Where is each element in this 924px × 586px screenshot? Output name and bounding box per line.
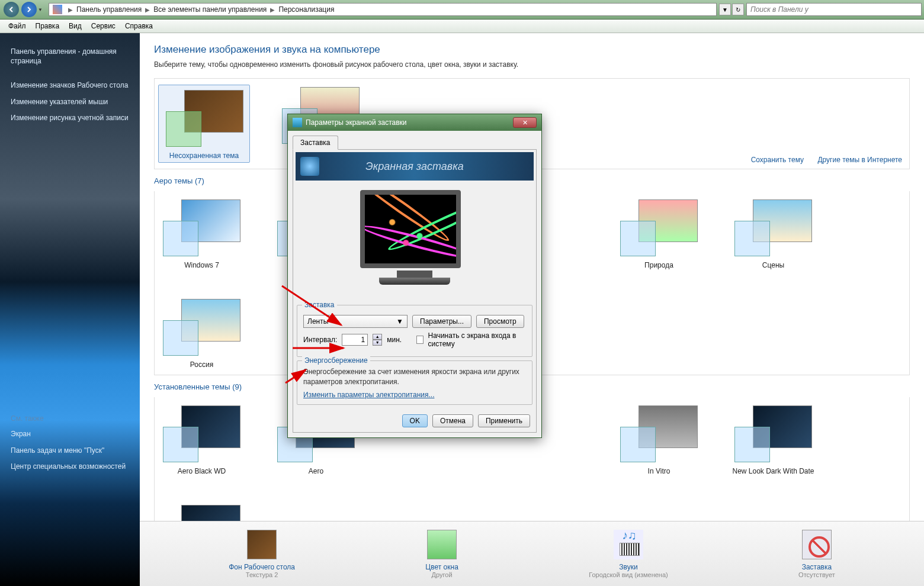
sidebar-mouse-pointers-link[interactable]: Изменение указателей мыши — [5, 94, 135, 111]
theme-aero-black-wd[interactable]: Aero Black WD — [158, 403, 245, 475]
screensaver-group-legend: Заставка — [302, 301, 337, 309]
logon-screen-label: Начинать с экрана входа в систему — [428, 331, 526, 348]
screensaver-icon — [802, 530, 832, 559]
sidebar-account-picture-link[interactable]: Изменение рисунка учетной записи — [5, 110, 135, 127]
address-dropdown-button[interactable]: ▼ — [719, 4, 731, 15]
tab-screensaver[interactable]: Заставка — [293, 136, 338, 150]
chevron-right-icon: ▶ — [68, 7, 73, 13]
menu-help[interactable]: Справка — [120, 21, 158, 31]
nav-forward-button[interactable] — [21, 2, 37, 17]
logon-screen-checkbox[interactable] — [416, 336, 424, 344]
bottom-bar: Фон Рабочего стола Текстура 2 Цвет окна … — [140, 521, 924, 586]
window-color-button[interactable]: Цвет окна Другой — [425, 530, 458, 578]
sidebar-home-link[interactable]: Панель управления - домашняя страница — [5, 44, 135, 69]
dialog-title: Параметры экранной заставки — [306, 118, 407, 127]
preview-button[interactable]: Просмотр — [476, 315, 524, 328]
dialog-banner: Экранная заставка — [296, 152, 534, 181]
page-subtitle: Выберите тему, чтобы одновременно измени… — [154, 60, 910, 69]
breadcrumb-item[interactable]: Панель управления — [76, 5, 142, 14]
refresh-button[interactable]: ↻ — [732, 4, 744, 15]
sounds-button[interactable]: Звуки Городской вид (изменена) — [589, 530, 668, 578]
screensaver-group: Заставка Ленты ▼ Параметры... Просмотр И… — [297, 305, 532, 357]
ok-button[interactable]: OK — [402, 414, 428, 427]
breadcrumb-item[interactable]: Персонализация — [278, 5, 334, 14]
menu-tools[interactable]: Сервис — [86, 21, 120, 31]
see-also-heading: См. также — [5, 411, 135, 426]
settings-button[interactable]: Параметры... — [412, 315, 471, 328]
spin-up-button[interactable]: ▲ — [373, 334, 382, 340]
menu-file[interactable]: Файл — [4, 21, 31, 31]
menu-bar: Файл Правка Вид Сервис Справка — [0, 20, 924, 33]
sidebar-taskbar-link[interactable]: Панель задач и меню "Пуск" — [5, 443, 135, 459]
close-button[interactable]: ✕ — [513, 117, 537, 128]
search-input[interactable] — [746, 3, 922, 16]
sounds-icon — [614, 530, 643, 559]
power-settings-link[interactable]: Изменить параметры электропитания... — [303, 391, 434, 399]
address-bar: ▼ ▶ Панель управления ▶ Все элементы пан… — [0, 0, 924, 20]
theme-windows7[interactable]: Windows 7 — [158, 197, 245, 269]
personalization-icon — [53, 5, 62, 14]
aero-themes-heading[interactable]: Аеро темы (7) — [154, 176, 204, 185]
sidebar-desktop-icons-link[interactable]: Изменение значков Рабочего стола — [5, 78, 135, 94]
chevron-down-icon: ▼ — [396, 317, 403, 326]
power-group: Энергосбережение Энергосбережение за сче… — [297, 360, 532, 405]
monitor-preview — [360, 190, 470, 295]
sidebar-accessibility-link[interactable]: Центр специальных возможностей — [5, 459, 135, 475]
theme-russia[interactable]: Россия — [158, 297, 245, 369]
menu-view[interactable]: Вид — [64, 21, 86, 31]
interval-unit: мин. — [387, 336, 402, 344]
installed-themes-heading[interactable]: Установленные темы (9) — [154, 382, 242, 391]
breadcrumb-item[interactable]: Все элементы панели управления — [153, 5, 267, 14]
nav-back-button[interactable] — [4, 2, 19, 17]
menu-edit[interactable]: Правка — [31, 21, 65, 31]
theme-new-look-dark-date[interactable]: New Look Dark With Date — [730, 403, 817, 475]
screensaver-select[interactable]: Ленты ▼ — [303, 315, 408, 328]
screensaver-settings-dialog: Параметры экранной заставки ✕ Заставка Э… — [287, 114, 542, 438]
theme-in-vitro[interactable]: In Vitro — [615, 403, 702, 475]
power-group-legend: Энергосбережение — [302, 356, 370, 365]
power-description: Энергосбережение за счет изменения яркос… — [303, 367, 526, 387]
theme-label: Несохраненная тема — [161, 152, 247, 160]
save-theme-link[interactable]: Сохранить тему — [751, 156, 804, 164]
theme-scenes[interactable]: Сцены — [730, 197, 817, 269]
theme-unsaved[interactable]: Несохраненная тема — [158, 85, 250, 163]
page-title: Изменение изображения и звука на компьют… — [154, 44, 910, 56]
desktop-background-icon — [247, 530, 277, 559]
theme-nature[interactable]: Природа — [615, 197, 702, 269]
cancel-button[interactable]: Отмена — [432, 414, 473, 427]
more-themes-link[interactable]: Другие темы в Интернете — [817, 156, 902, 164]
chevron-right-icon: ▶ — [145, 7, 150, 13]
sidebar: Панель управления - домашняя страница Из… — [0, 33, 140, 586]
window-color-icon — [427, 530, 457, 559]
chevron-right-icon: ▶ — [270, 7, 275, 13]
dialog-icon — [293, 118, 302, 127]
dialog-titlebar[interactable]: Параметры экранной заставки ✕ — [288, 114, 541, 131]
sidebar-display-link[interactable]: Экран — [5, 426, 135, 443]
breadcrumb[interactable]: ▶ Панель управления ▶ Все элементы панел… — [49, 3, 717, 16]
interval-input[interactable] — [342, 334, 368, 346]
spin-down-button[interactable]: ▼ — [373, 340, 382, 346]
screensaver-button[interactable]: Заставка Отсутствует — [798, 530, 835, 578]
apply-button[interactable]: Применить — [478, 414, 530, 427]
nav-history-dropdown[interactable]: ▼ — [38, 7, 46, 12]
desktop-background-button[interactable]: Фон Рабочего стола Текстура 2 — [229, 530, 295, 578]
interval-label: Интервал: — [303, 336, 337, 344]
